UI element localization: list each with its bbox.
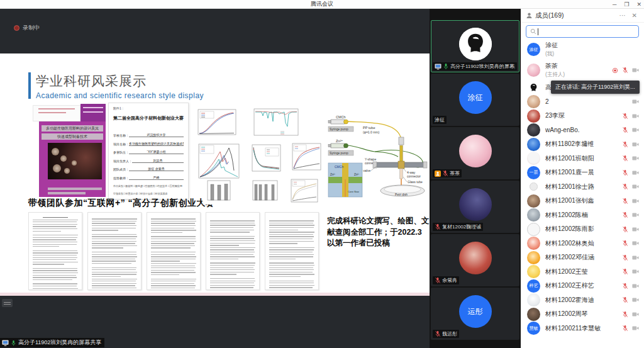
member-row[interactable]: 慧敏材料1200211李慧敏 bbox=[521, 322, 644, 336]
avatar bbox=[527, 81, 540, 94]
paper-page bbox=[28, 212, 82, 290]
member-name: wAng-enBo. bbox=[545, 126, 617, 133]
svg-text:connector: connector bbox=[407, 174, 421, 178]
mic-off-icon[interactable] bbox=[622, 268, 628, 275]
cam-icon[interactable] bbox=[632, 142, 639, 147]
svg-text:PP tube: PP tube bbox=[363, 126, 375, 130]
cam-icon[interactable] bbox=[632, 283, 639, 289]
speaking-tooltip: 正在讲话: 高分子11902班刘昊... bbox=[551, 81, 640, 94]
member-row[interactable]: 材料12002邓佳涵 bbox=[521, 250, 644, 265]
video-tile[interactable]: 余紫冉 bbox=[431, 234, 519, 286]
cam-icon[interactable] bbox=[632, 127, 639, 133]
mic-off-icon[interactable] bbox=[622, 254, 628, 261]
member-row[interactable]: 材料12002周琴 bbox=[521, 307, 644, 322]
member-row[interactable]: 一晨材料12001鹿一晨 bbox=[521, 166, 644, 180]
mic-on-icon[interactable] bbox=[443, 63, 449, 70]
form-field-row: 项目名称：多功能生物医用塑料的设计及其快速成型制备技术 bbox=[113, 142, 184, 146]
cam-icon[interactable] bbox=[632, 255, 639, 261]
mic-off-icon[interactable] bbox=[622, 141, 628, 148]
mic-off-icon[interactable] bbox=[622, 155, 628, 162]
cam-icon[interactable] bbox=[632, 227, 639, 232]
member-row[interactable]: 涂征涂征(我) bbox=[521, 39, 644, 60]
cam-icon[interactable] bbox=[632, 198, 639, 204]
application-form-document: 附件1： 第二届全国高分子材料创新创业大赛 学校名称：武汉纺织大学项目名称：多功… bbox=[108, 103, 189, 199]
video-tile[interactable]: 复材12002鞠理诚 bbox=[431, 181, 519, 233]
member-row[interactable]: 梓艺材料12002王梓艺 bbox=[521, 279, 644, 293]
video-tile[interactable]: 茶茶 bbox=[431, 127, 519, 179]
mic-off-icon[interactable] bbox=[622, 67, 628, 74]
cam-icon[interactable] bbox=[632, 170, 639, 176]
member-name: 2 bbox=[545, 98, 627, 105]
search-input[interactable] bbox=[541, 28, 635, 35]
mic-off-icon[interactable] bbox=[622, 211, 628, 218]
mic-off-icon[interactable] bbox=[622, 283, 628, 289]
slide-title-block: 学业科研风采展示 Academic and scientific researc… bbox=[28, 72, 204, 100]
cam-icon[interactable] bbox=[632, 184, 639, 189]
panel-close-button[interactable]: ✕ bbox=[630, 12, 639, 19]
cam-icon[interactable] bbox=[632, 325, 639, 331]
form-field-row: 团队成员：涂征 余紫冉 bbox=[113, 167, 184, 171]
cam-icon[interactable] bbox=[632, 240, 639, 246]
svg-text:Zn²⁺: Zn²⁺ bbox=[330, 173, 336, 176]
cam-icon[interactable] bbox=[632, 269, 639, 274]
member-row[interactable]: 材料12001班朝阳 bbox=[521, 152, 644, 166]
member-row[interactable]: 23李琛 bbox=[521, 109, 644, 123]
cam-icon[interactable] bbox=[632, 99, 639, 104]
member-row[interactable]: 材料12002霍海迪 bbox=[521, 293, 644, 308]
member-row[interactable]: 材料12001徐士路 bbox=[521, 180, 644, 194]
cam-icon[interactable] bbox=[632, 297, 639, 303]
poster-photo bbox=[48, 143, 102, 179]
member-row[interactable]: 材料12001张钊鑫 bbox=[521, 194, 644, 208]
svg-text:Petri dish: Petri dish bbox=[395, 193, 408, 196]
mic-off-icon[interactable] bbox=[622, 198, 628, 205]
minimize-button[interactable]: ─ bbox=[613, 0, 616, 9]
member-row[interactable]: 材料12002陈雨影 bbox=[521, 222, 644, 237]
avatar: 梓艺 bbox=[527, 279, 540, 293]
maximize-button[interactable]: ❐ bbox=[624, 0, 629, 9]
mic-off-icon[interactable] bbox=[622, 240, 628, 247]
cam-icon[interactable] bbox=[632, 113, 639, 119]
video-tile-label: 高分子11902班刘昊冉的屏幕共享 bbox=[433, 62, 517, 70]
video-tile[interactable]: 涂征涂征 bbox=[431, 74, 519, 126]
form-checkbox-line-1: 作品类别 □新材料 □新能源 □生物医药 □信息技术 □互联网应用 bbox=[113, 184, 184, 188]
paper-caption: 完成科研论文撰写、绘图、文献查阅全部工作；于2022.3以第一作者已投稿 bbox=[327, 216, 430, 249]
close-button[interactable]: ✕ bbox=[636, 0, 641, 9]
member-row[interactable]: 茶茶(主持人) bbox=[521, 60, 644, 81]
cam-icon[interactable] bbox=[632, 312, 639, 317]
member-row[interactable]: 材料12002王莹 bbox=[521, 265, 644, 279]
mic-off-icon[interactable] bbox=[622, 311, 628, 318]
member-row[interactable]: 材料12002陈楠 bbox=[521, 208, 644, 223]
form-field-row: 指导教师：严峰 bbox=[113, 176, 184, 180]
member-name: 材料12002陈雨影 bbox=[545, 225, 617, 233]
mic-off-icon[interactable] bbox=[622, 226, 628, 233]
mic-off-icon[interactable] bbox=[435, 277, 441, 284]
poster-backsheet bbox=[33, 105, 80, 121]
competition-caption: 带领团队参加“互联网+” “高分子创新创业大赛” bbox=[28, 198, 219, 209]
screen-share-icon bbox=[2, 340, 9, 346]
video-tile[interactable]: 高分子11902班刘昊冉的屏幕共享 bbox=[431, 20, 519, 72]
member-row[interactable]: wAng-enBo. bbox=[521, 123, 644, 138]
mic-off-icon[interactable] bbox=[622, 126, 628, 133]
member-search-box bbox=[526, 25, 639, 38]
mic-off-icon[interactable] bbox=[622, 169, 628, 176]
mic-off-icon[interactable] bbox=[622, 113, 628, 120]
slide-title: 学业科研风采展示 bbox=[36, 72, 204, 90]
mic-off-icon[interactable] bbox=[435, 223, 441, 230]
cam-icon[interactable] bbox=[632, 212, 639, 218]
member-row[interactable]: 材料11802李墉维 bbox=[521, 137, 644, 152]
participant-name: 茶茶 bbox=[450, 170, 460, 177]
mic-off-icon[interactable] bbox=[442, 170, 448, 177]
mic-off-icon[interactable] bbox=[622, 296, 628, 303]
toolbar-handle[interactable] bbox=[2, 299, 13, 307]
mic-off-icon[interactable] bbox=[622, 325, 628, 332]
cam-icon[interactable] bbox=[632, 67, 639, 73]
mic-off-icon[interactable] bbox=[435, 330, 441, 337]
form-field-value: 多功能生物医用塑料的设计及其快速成型制备技术 bbox=[129, 142, 184, 146]
mic-off-icon[interactable] bbox=[622, 183, 628, 190]
video-tile[interactable]: 运彤魏运彤 bbox=[431, 288, 519, 340]
panel-more-button[interactable]: ··· bbox=[618, 12, 628, 19]
member-name: 茶茶 bbox=[545, 62, 607, 70]
member-row[interactable]: 2 bbox=[521, 95, 644, 109]
cam-icon[interactable] bbox=[632, 155, 639, 161]
member-row[interactable]: 材料12002林奥灿 bbox=[521, 237, 644, 251]
